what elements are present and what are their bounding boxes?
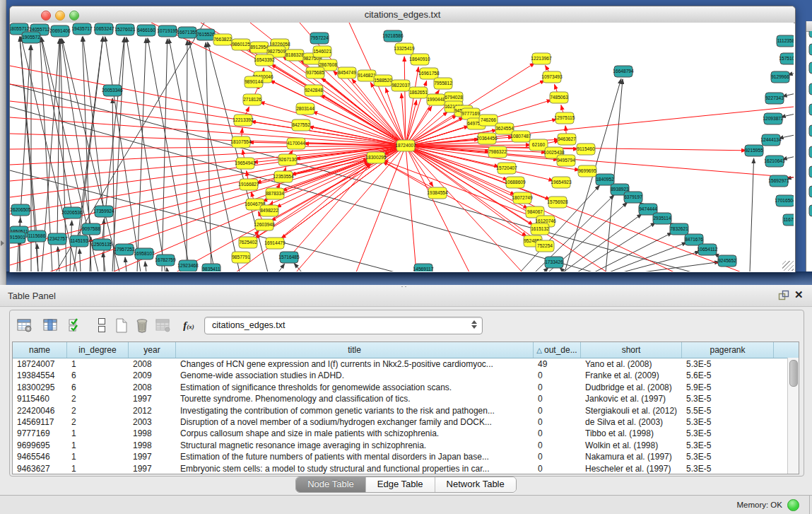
table-cell[interactable]: 0	[534, 428, 581, 439]
graph-node[interactable]: 15276021	[114, 24, 136, 35]
graph-node[interactable]: 9215955	[745, 145, 763, 156]
graph-node[interactable]: 15751074	[779, 53, 794, 64]
table-options-button[interactable]	[16, 316, 34, 334]
table-cell[interactable]: 6	[67, 382, 129, 393]
table-cell[interactable]: 5.9E-5	[682, 382, 774, 393]
graph-node[interactable]: 8498222	[260, 205, 278, 216]
graph-node[interactable]: 7832621	[670, 223, 688, 235]
graph-node[interactable]: 9822037	[392, 80, 410, 91]
table-cell[interactable]: 0	[534, 393, 581, 404]
graph-node[interactable]: 9267130	[278, 154, 297, 165]
tab-network-table[interactable]: Network Table	[435, 477, 516, 492]
column-header-name[interactable]: name	[13, 342, 67, 358]
table-cell[interactable]: 1	[67, 463, 129, 474]
graph-node[interactable]: 12213967	[531, 53, 552, 64]
graph-node[interactable]: 9242848	[305, 85, 323, 96]
column-header-short[interactable]: short	[581, 342, 682, 358]
table-cell[interactable]: 5.3E-5	[682, 358, 774, 370]
graph-node[interactable]: 8186328	[286, 49, 304, 61]
table-cell[interactable]: 2	[67, 405, 129, 416]
create-column-button[interactable]	[112, 316, 131, 334]
graph-node[interactable]: 10688609	[505, 177, 526, 188]
graph-node[interactable]: 16210643	[764, 156, 785, 167]
table-cell[interactable]: 2	[67, 416, 129, 428]
graph-node[interactable]: 8878334	[266, 188, 284, 199]
column-header-out_de[interactable]: △out_de...	[534, 342, 581, 358]
graph-node[interactable]: 10653247	[93, 23, 114, 35]
graph-node[interactable]: 1733426	[545, 257, 563, 268]
splitter-handle[interactable]	[400, 285, 408, 288]
table-cell[interactable]: 1	[67, 451, 129, 462]
graph-node[interactable]: 9860125	[232, 39, 250, 50]
graph-node[interactable]: 10807487	[510, 131, 531, 142]
network-window-titlebar[interactable]: citations_edges.txt	[10, 6, 795, 23]
graph-node[interactable]: 10973493	[541, 71, 563, 83]
table-cell[interactable]: Genome-wide association studies in ADHD.	[176, 370, 534, 381]
table-cell[interactable]: 5.3E-5	[682, 416, 774, 428]
table-row[interactable]: 1938455462009Genome-wide association stu…	[13, 370, 799, 381]
graph-node[interactable]: 17016504	[775, 195, 794, 206]
table-scrollbar[interactable]	[787, 358, 799, 474]
graph-node[interactable]: 9227343	[765, 93, 784, 104]
graph-node[interactable]: 9699695	[578, 165, 596, 177]
graph-node[interactable]: 18107554	[230, 136, 252, 148]
table-cell[interactable]: 1	[67, 358, 129, 370]
table-cell[interactable]: 2012	[129, 405, 176, 416]
table-cell[interactable]: Stergiakouli et al. (2012)	[581, 405, 682, 416]
graph-node[interactable]: 7625402	[239, 237, 257, 248]
table-cell[interactable]: Tibbo et al. (1998)	[581, 428, 682, 439]
table-cell[interactable]: Embryonic stem cells: a model to study s…	[176, 463, 534, 474]
graph-node[interactable]: 19166827	[238, 179, 259, 190]
graph-node[interactable]: 19435717	[71, 23, 93, 35]
table-cell[interactable]: 5.3E-5	[682, 393, 774, 404]
table-cell[interactable]: 6	[67, 370, 129, 381]
graph-node[interactable]: 1990448	[427, 94, 445, 105]
table-row[interactable]: 969969511998Structural magnetic resonanc…	[13, 440, 799, 451]
table-cell[interactable]: 22420046	[13, 405, 67, 416]
tab-edge-table[interactable]: Edge Table	[366, 477, 435, 492]
graph-node[interactable]: 1588520	[374, 75, 392, 86]
table-cell[interactable]: 0	[534, 463, 581, 474]
graph-node[interactable]: 7615526	[196, 29, 215, 40]
graph-node[interactable]: 8912954	[250, 42, 269, 53]
table-row[interactable]: 977716911998Corpus callosum shape and si…	[13, 428, 799, 439]
row-options-button[interactable]	[93, 316, 111, 334]
graph-node[interactable]: 3624554	[495, 123, 514, 134]
graph-node[interactable]: 9495794	[557, 155, 575, 166]
function-builder-button[interactable]: f(x)	[180, 316, 198, 334]
graph-node[interactable]: 9375685	[306, 67, 324, 78]
table-row[interactable]: 1456911722003Disruption of a novel membe…	[13, 416, 799, 428]
graph-node[interactable]: 9890144	[245, 76, 263, 88]
table-cell[interactable]: 0	[534, 370, 581, 381]
table-cell[interactable]: 0	[534, 416, 581, 428]
graph-node[interactable]: 8427552	[292, 119, 310, 131]
graph-node[interactable]: 12505135	[91, 239, 112, 250]
graph-node[interactable]: 19654923	[551, 177, 572, 188]
graph-node[interactable]: 1862651	[409, 87, 428, 98]
close-panel-button[interactable]: ✕	[794, 288, 804, 301]
tab-node-table[interactable]: Node Table	[296, 477, 366, 492]
graph-node[interactable]: 12603948	[254, 219, 275, 230]
graph-node[interactable]: 7663822	[213, 34, 232, 45]
table-cell[interactable]: 9699695	[13, 440, 67, 451]
graph-node[interactable]: 18724007	[395, 140, 416, 151]
window-resize-grip[interactable]	[782, 261, 794, 271]
table-cell[interactable]: 49	[534, 358, 581, 370]
graph-node[interactable]: 8454749	[338, 67, 356, 78]
table-cell[interactable]: Changes of HCN gene expression and I(f) …	[176, 358, 534, 370]
table-cell[interactable]: 5.3E-5	[682, 428, 774, 439]
table-cell[interactable]: Nakamura et al. (1997)	[581, 451, 682, 462]
table-cell[interactable]: 0	[534, 405, 581, 416]
graph-node[interactable]: 16671355	[177, 27, 198, 38]
graph-node[interactable]: 746266	[479, 115, 498, 126]
table-row[interactable]: 911546021997Tourette syndrome. Phenomeno…	[13, 393, 799, 404]
table-cell[interactable]: 1997	[129, 393, 176, 404]
graph-node[interactable]: 3915901	[10, 232, 25, 243]
table-row[interactable]: 1872400712008Changes of HCN gene express…	[13, 358, 799, 370]
graph-node[interactable]: 7957224	[310, 33, 329, 44]
graph-node[interactable]: 12923468	[177, 260, 199, 271]
graph-node[interactable]: 1546021	[313, 46, 331, 57]
graph-node[interactable]: 19384554	[427, 187, 448, 199]
table-cell[interactable]: 19384554	[13, 370, 67, 381]
table-cell[interactable]: Hescheler et al. (1997)	[581, 463, 682, 474]
